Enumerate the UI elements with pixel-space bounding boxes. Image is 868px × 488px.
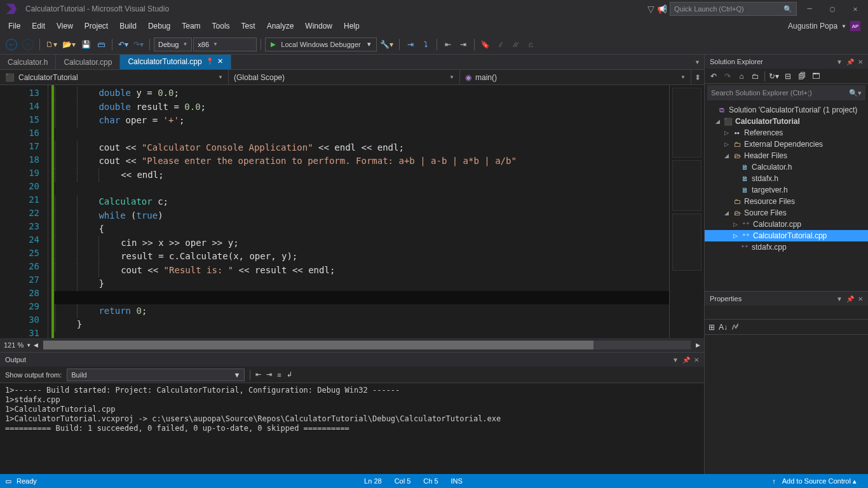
tab-overflow-icon[interactable]: ▼ [695, 59, 700, 65]
properties-header[interactable]: Properties ▼📌✕ [705, 292, 868, 306]
se-properties-icon[interactable]: 🗔 [811, 71, 821, 81]
scroll-right-arrow[interactable]: ▶ [696, 342, 700, 348]
user-name[interactable]: Augustin Popa [788, 22, 837, 30]
save-button[interactable]: 💾 [79, 37, 93, 51]
menu-test[interactable]: Test [236, 19, 261, 33]
prop-close-icon[interactable]: ✕ [858, 295, 863, 302]
indent-less-icon[interactable]: ⇤ [441, 37, 455, 51]
output-text[interactable]: 1>------ Build started: Project: Calcula… [0, 383, 704, 474]
uncomment-icon[interactable]: ⫻ [509, 37, 523, 51]
tab-calculatortutorial-cpp[interactable]: CalculatorTutorial.cpp📍✕ [120, 55, 231, 69]
prop-pin-icon[interactable]: 📌 [846, 295, 854, 302]
se-collapse-icon[interactable]: ⊟ [783, 71, 793, 81]
tab-pin-icon[interactable]: 📍 [206, 58, 214, 65]
prop-events-icon[interactable]: 🗲 [731, 323, 739, 332]
tree-file[interactable]: 🗎Calculator.h [705, 161, 868, 173]
menu-edit[interactable]: Edit [26, 19, 51, 33]
project-node[interactable]: ◢⬛CalculatorTutorial [705, 116, 868, 127]
bookmark-icon[interactable]: 🔖 [478, 37, 492, 51]
split-editor-icon[interactable]: ⬍ [691, 73, 704, 82]
zoom-level[interactable]: 121 % [4, 341, 24, 349]
configuration-dropdown[interactable]: Debug▼ [154, 37, 192, 51]
panel-dropdown-icon[interactable]: ▼ [672, 356, 679, 363]
minimize-button[interactable]: ─ [799, 2, 820, 16]
horizontal-scrollbar[interactable] [43, 341, 691, 349]
solution-explorer-search[interactable]: Search Solution Explorer (Ctrl+;) 🔍▾ [707, 85, 865, 100]
status-col[interactable]: Col 5 [388, 477, 417, 485]
se-dropdown-icon[interactable]: ▼ [836, 58, 843, 65]
tree-file-selected[interactable]: ▷⁺⁺CalculatorTutorial.cpp [705, 230, 868, 241]
scroll-left-arrow[interactable]: ◀ [34, 342, 38, 348]
tab-calculator-h[interactable]: Calculator.h [0, 55, 56, 69]
code-view[interactable]: double y = 0.0; double result = 0.0; cha… [55, 85, 669, 338]
zoom-dropdown-arrow[interactable]: ▼ [26, 342, 31, 348]
prop-alpha-icon[interactable]: A↓ [719, 323, 728, 332]
add-source-control[interactable]: Add to Source Control ▴ [776, 477, 863, 485]
maximize-button[interactable]: ▢ [822, 2, 843, 16]
output-prev-icon[interactable]: ⇤ [255, 370, 261, 379]
tab-close-icon[interactable]: ✕ [217, 57, 223, 65]
menu-project[interactable]: Project [79, 19, 114, 33]
menu-tools[interactable]: Tools [207, 19, 236, 33]
menu-help[interactable]: Help [338, 19, 365, 33]
output-header[interactable]: Output ▼📌✕ [0, 353, 704, 367]
user-avatar[interactable]: AP [850, 21, 860, 31]
save-all-button[interactable]: 🗃 [94, 37, 108, 51]
tree-file[interactable]: ▷⁺⁺Calculator.cpp [705, 219, 868, 230]
solution-tree[interactable]: ⧉Solution 'CalculatorTutorial' (1 projec… [705, 102, 868, 291]
comment-icon[interactable]: ⫽ [494, 37, 508, 51]
se-pin-icon[interactable]: 📌 [846, 58, 854, 65]
menu-file[interactable]: File [3, 19, 26, 33]
header-files-node[interactable]: ◢🗁Header Files [705, 150, 868, 161]
resource-files-node[interactable]: 🗀Resource Files [705, 196, 868, 207]
project-combo[interactable]: ⬛CalculatorTutorial▼ [0, 70, 229, 85]
status-line[interactable]: Ln 28 [358, 477, 388, 485]
se-close-icon[interactable]: ✕ [858, 58, 863, 65]
debug-target-button[interactable]: 🔧▾ [378, 37, 395, 51]
output-next-icon[interactable]: ⇥ [266, 370, 272, 379]
tree-file[interactable]: ⁺⁺stdafx.cpp [705, 241, 868, 253]
step-into-icon[interactable]: ⇥ [403, 37, 417, 51]
tab-calculator-cpp[interactable]: Calculator.cpp [56, 55, 120, 69]
new-project-button[interactable]: 🗋▾ [44, 37, 59, 51]
menu-analyze[interactable]: Analyze [261, 19, 300, 33]
se-home-icon[interactable]: ⌂ [736, 71, 747, 81]
se-sync-icon[interactable]: 🗀 [750, 71, 761, 81]
solution-explorer-header[interactable]: Solution Explorer ▼📌✕ [705, 55, 868, 69]
menu-window[interactable]: Window [299, 19, 338, 33]
tree-file[interactable]: 🗎targetver.h [705, 184, 868, 196]
status-ch[interactable]: Ch 5 [417, 477, 444, 485]
nav-fwd-button[interactable]: → [20, 37, 36, 51]
solution-node[interactable]: ⧉Solution 'CalculatorTutorial' (1 projec… [705, 104, 868, 116]
start-debugging-button[interactable]: ▶Local Windows Debugger▾ [265, 37, 376, 51]
redo-button[interactable]: ↷▾ [132, 37, 146, 51]
notification-icon[interactable]: ▽ [648, 4, 654, 14]
code-editor[interactable]: 13141516171819202122232425262728293031 d… [0, 85, 704, 338]
function-combo[interactable]: ◉main()▼ [460, 70, 691, 85]
external-deps-node[interactable]: ▷🗀External Dependencies [705, 139, 868, 150]
source-files-node[interactable]: ◢🗁Source Files [705, 207, 868, 219]
prop-categorized-icon[interactable]: ⊞ [709, 323, 715, 332]
quick-launch-input[interactable]: Quick Launch (Ctrl+Q) 🔍 [670, 2, 797, 16]
se-refresh-icon[interactable]: ↻▾ [769, 71, 779, 81]
se-fwd-icon[interactable]: ↷ [722, 71, 733, 81]
menu-team[interactable]: Team [176, 19, 206, 33]
output-source-dropdown[interactable]: Build▼ [67, 369, 245, 381]
output-clear-icon[interactable]: ≡ [277, 371, 281, 379]
nav-back-button[interactable]: ← [4, 37, 19, 51]
menu-debug[interactable]: Debug [142, 19, 176, 33]
toggle-icon[interactable]: ⎌ [524, 37, 538, 51]
tree-file[interactable]: 🗎stdafx.h [705, 173, 868, 184]
step-over-icon[interactable]: ⤵ [419, 37, 433, 51]
indent-more-icon[interactable]: ⇥ [456, 37, 470, 51]
menu-view[interactable]: View [51, 19, 79, 33]
scope-combo[interactable]: (Global Scope)▼ [229, 70, 460, 85]
feedback-icon[interactable]: 📢 [657, 4, 667, 14]
se-back-icon[interactable]: ↶ [709, 71, 719, 81]
undo-button[interactable]: ↶▾ [116, 37, 130, 51]
status-ins[interactable]: INS [445, 477, 469, 485]
output-wrap-icon[interactable]: ↲ [287, 370, 292, 379]
prop-dropdown-icon[interactable]: ▼ [836, 295, 843, 302]
close-button[interactable]: ✕ [845, 2, 865, 16]
se-showall-icon[interactable]: 🗐 [797, 71, 807, 81]
